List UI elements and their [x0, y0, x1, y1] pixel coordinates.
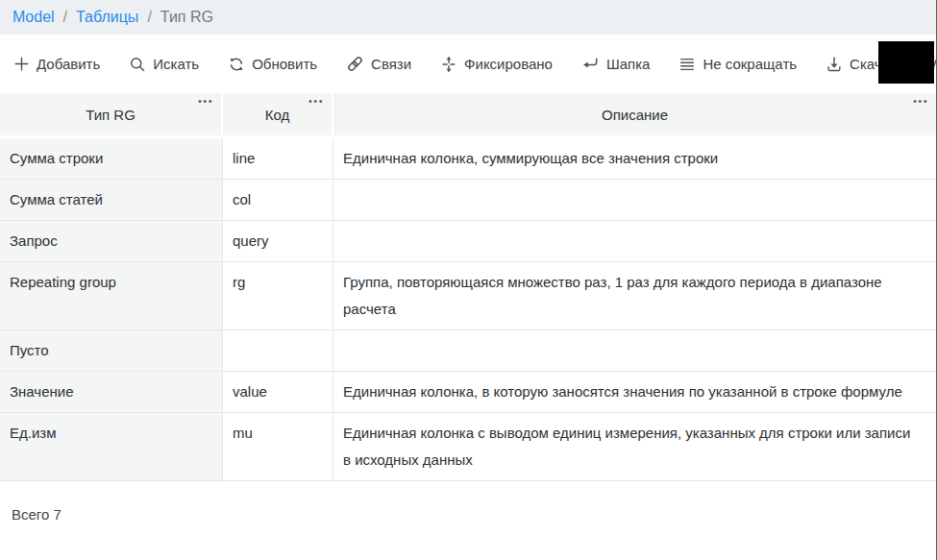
- column-header-type-label: Тип RG: [86, 107, 136, 123]
- breadcrumb-link-model[interactable]: Model: [12, 9, 55, 26]
- cell-description: Единичная колонка, в которую заносятся з…: [333, 372, 936, 413]
- cell-description: Единичная колонка, суммирующая все значе…: [333, 138, 936, 180]
- redacted-area: [878, 41, 934, 84]
- plus-icon: [13, 56, 30, 72]
- table-body: Сумма строки line Единичная колонка, сум…: [0, 138, 936, 481]
- column-header-code[interactable]: Код •••: [223, 93, 333, 138]
- table-row[interactable]: Сумма строки line Единичная колонка, сум…: [0, 138, 936, 180]
- header-toggle-button[interactable]: Шапка: [581, 55, 650, 73]
- cell-code: [223, 330, 333, 372]
- cell-type: Ед.изм: [0, 413, 223, 481]
- table-row[interactable]: Пусто: [0, 330, 936, 372]
- cell-code: query: [223, 221, 333, 262]
- cell-description: [333, 221, 936, 262]
- refresh-icon: [228, 56, 245, 73]
- column-menu-icon[interactable]: •••: [913, 94, 928, 108]
- search-icon: [129, 56, 146, 73]
- cell-code: line: [223, 138, 333, 180]
- cell-description: [333, 330, 936, 372]
- table-row[interactable]: Значение value Единичная колонка, в кото…: [0, 372, 936, 413]
- cell-type: Repeating group: [0, 262, 223, 330]
- cell-type: Значение: [0, 372, 223, 413]
- header-toggle-button-label: Шапка: [606, 56, 650, 72]
- cell-code: rg: [223, 262, 333, 330]
- table-row[interactable]: Ед.изм mu Единичная колонка с выводом ед…: [0, 413, 936, 481]
- breadcrumb-separator: /: [147, 9, 151, 26]
- table-row[interactable]: Запрос query: [0, 221, 936, 262]
- cell-description: Группа, повторяющаяся множество раз, 1 р…: [333, 262, 936, 330]
- download-icon: [826, 56, 843, 73]
- links-button[interactable]: Связи: [346, 55, 411, 73]
- refresh-button[interactable]: Обновить: [228, 56, 317, 73]
- cell-description: Единичная колонка с выводом единиц измер…: [333, 413, 936, 481]
- refresh-button-label: Обновить: [252, 56, 317, 72]
- table-row[interactable]: Сумма статей col: [0, 180, 936, 221]
- cell-type: Запрос: [0, 221, 223, 262]
- page: { "breadcrumb": { "separator": "/", "ite…: [0, 0, 937, 560]
- search-button-label: Искать: [153, 56, 199, 72]
- column-header-type[interactable]: Тип RG •••: [0, 93, 223, 138]
- breadcrumb-link-tables[interactable]: Таблицы: [76, 9, 138, 26]
- add-button-label: Добавить: [37, 56, 100, 72]
- return-arrow-icon: [581, 55, 600, 73]
- total-count-label: Всего 7: [12, 506, 936, 523]
- add-button[interactable]: Добавить: [13, 56, 100, 72]
- cell-type: Сумма строки: [0, 138, 223, 180]
- table-row[interactable]: Repeating group rg Группа, повторяющаяся…: [0, 262, 936, 330]
- cell-description: [333, 180, 936, 221]
- data-table: Тип RG ••• Код ••• Описание ••• Сумма ст…: [0, 93, 936, 481]
- links-button-label: Связи: [371, 56, 411, 72]
- column-menu-icon[interactable]: •••: [308, 94, 324, 108]
- cell-code: mu: [223, 413, 333, 481]
- breadcrumb-current-page: Тип RG: [160, 9, 213, 26]
- link-icon: [346, 55, 364, 73]
- cell-type: Пусто: [0, 330, 223, 372]
- column-menu-icon[interactable]: •••: [198, 94, 213, 108]
- fixed-button-label: Фиксировано: [464, 56, 553, 72]
- no-truncate-button[interactable]: Не сокращать: [678, 56, 797, 73]
- cell-code: value: [223, 372, 333, 413]
- breadcrumb: Model / Таблицы / Тип RG: [0, 0, 936, 35]
- column-header-code-label: Код: [265, 107, 290, 123]
- fixed-button[interactable]: Фиксировано: [440, 56, 553, 73]
- toolbar: Добавить Искать Обновить С: [0, 35, 936, 93]
- column-header-description-label: Описание: [602, 107, 668, 123]
- breadcrumb-separator: /: [63, 9, 67, 26]
- lines-icon: [678, 56, 696, 73]
- cell-type: Сумма статей: [0, 180, 223, 221]
- search-button[interactable]: Искать: [129, 56, 199, 73]
- column-header-description[interactable]: Описание •••: [333, 93, 936, 138]
- no-truncate-button-label: Не сокращать: [703, 56, 797, 72]
- table-header-row: Тип RG ••• Код ••• Описание •••: [0, 93, 936, 138]
- fixed-height-icon: [440, 56, 457, 73]
- cell-code: col: [223, 180, 333, 221]
